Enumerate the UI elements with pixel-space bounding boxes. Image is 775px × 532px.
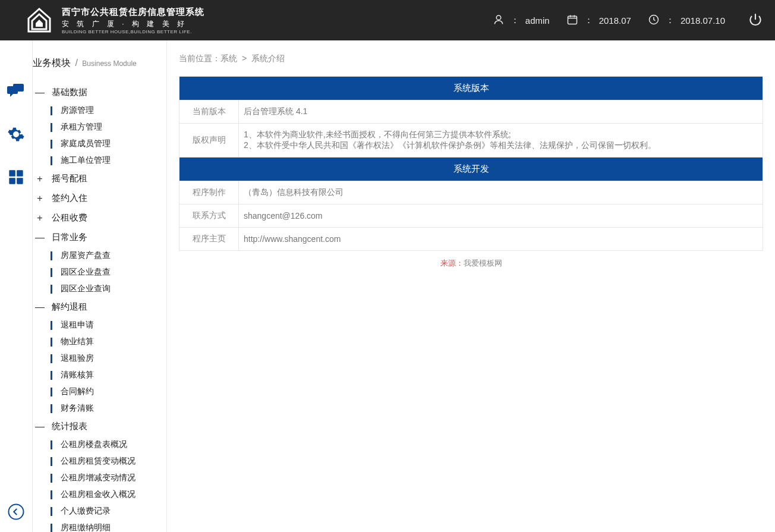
menu-group-header[interactable]: +签约入住 xyxy=(33,188,166,208)
homepage-link[interactable]: http://www.shangcent.com xyxy=(244,234,341,244)
user-info[interactable]: ： admin xyxy=(493,14,550,27)
row-value: 1、本软件为商业软件,未经书面授权，不得向任何第三方提供本软件系统; 2、本软件… xyxy=(239,124,763,158)
logo-icon xyxy=(24,5,55,36)
menu-sub-label: 公租房租赁变动概况 xyxy=(61,456,136,467)
menu-sub-item[interactable]: 合同解约 xyxy=(51,383,166,400)
main-content: 当前位置：系统 > 系统介绍 系统版本 当前版本 后台管理系统 4.1 版权声明… xyxy=(167,40,775,532)
plus-icon: + xyxy=(35,193,45,204)
item-marker xyxy=(51,123,52,132)
svg-rect-7 xyxy=(9,178,15,184)
minus-icon: — xyxy=(35,232,45,243)
menu-sub-label: 退租申请 xyxy=(61,320,94,330)
menu-sub-item[interactable]: 退租申请 xyxy=(51,317,166,333)
row-label: 程序主页 xyxy=(179,228,239,251)
row-label: 版权声明 xyxy=(179,124,239,158)
breadcrumb-item[interactable]: 系统 xyxy=(220,53,237,63)
menu-group-label: 日常业务 xyxy=(52,232,87,243)
user-icon xyxy=(493,14,505,27)
rail-chat-icon[interactable] xyxy=(7,82,26,101)
app-subtitle-cn: 安 筑 广 厦 · 构 建 美 好 xyxy=(62,19,204,29)
item-marker xyxy=(51,507,52,516)
menu-group-label: 摇号配租 xyxy=(52,173,87,184)
menu-sub-item[interactable]: 家庭成员管理 xyxy=(51,136,166,152)
item-marker xyxy=(51,524,52,533)
icon-rail xyxy=(0,40,33,532)
minus-icon: — xyxy=(35,302,45,313)
section-header: 系统开发 xyxy=(179,158,763,181)
svg-rect-4 xyxy=(13,84,24,92)
menu-sub-item[interactable]: 清账核算 xyxy=(51,367,166,383)
menu-sub-label: 施工单位管理 xyxy=(61,155,111,166)
minus-icon: — xyxy=(35,421,45,432)
menu-sub-item[interactable]: 财务清账 xyxy=(51,400,166,417)
menu-sub-label: 家庭成员管理 xyxy=(61,138,111,149)
menu-sub-item[interactable]: 公租房增减变动情况 xyxy=(51,470,166,486)
menu-sub-item[interactable]: 房租缴纳明细 xyxy=(51,520,166,532)
menu-sub-item[interactable]: 房屋资产盘查 xyxy=(51,247,166,264)
menu-sub-item[interactable]: 公租房租赁变动概况 xyxy=(51,453,166,470)
menu-sub-item[interactable]: 个人缴费记录 xyxy=(51,503,166,520)
date-info[interactable]: ： 2018.07.10 xyxy=(648,14,725,27)
info-table: 系统版本 当前版本 后台管理系统 4.1 版权声明 1、本软件为商业软件,未经书… xyxy=(179,76,763,251)
menu-sub-item[interactable]: 退租验房 xyxy=(51,350,166,367)
plus-icon: + xyxy=(35,174,45,184)
svg-rect-5 xyxy=(9,170,15,177)
rail-back-icon[interactable] xyxy=(7,502,26,521)
menu-group-label: 公租收费 xyxy=(52,212,87,223)
menu-sub-item[interactable]: 公租房租金收入概况 xyxy=(51,486,166,503)
menu-sub-item[interactable]: 承租方管理 xyxy=(51,119,166,136)
menu-group-label: 统计报表 xyxy=(52,421,87,432)
power-button[interactable] xyxy=(748,12,763,29)
month-value: 2018.07 xyxy=(599,15,631,26)
item-marker xyxy=(51,285,52,294)
row-label: 当前版本 xyxy=(179,100,239,124)
breadcrumb: 当前位置：系统 > 系统介绍 xyxy=(179,53,763,76)
row-value: http://www.shangcent.com xyxy=(239,228,763,251)
app-subtitle-en: BUILDING BETTER HOUSE,BUILDING BETTER LI… xyxy=(62,29,204,34)
menu-group-header[interactable]: —解约退租 xyxy=(33,297,166,317)
rail-grid-icon[interactable] xyxy=(7,168,26,187)
menu-sub-label: 财务清账 xyxy=(61,403,94,414)
item-marker xyxy=(51,457,52,466)
header: 西宁市公共租赁住房信息管理系统 安 筑 广 厦 · 构 建 美 好 BUILDI… xyxy=(0,0,775,40)
row-value: shangcent@126.com xyxy=(239,204,763,228)
menu-sub-label: 公租房增减变动情况 xyxy=(61,473,136,483)
item-marker xyxy=(51,490,52,499)
rail-gear-icon[interactable] xyxy=(7,125,26,144)
menu-sub-item[interactable]: 园区企业查询 xyxy=(51,281,166,297)
plus-icon: + xyxy=(35,213,45,223)
menu-sub-label: 清账核算 xyxy=(61,370,94,380)
menu-group-header[interactable]: —日常业务 xyxy=(33,228,166,247)
menu-sub-label: 承租方管理 xyxy=(61,122,102,133)
sidebar-title: 业务模块 / Business Module xyxy=(33,40,166,83)
menu-sub-item[interactable]: 物业结算 xyxy=(51,333,166,350)
section-header: 系统版本 xyxy=(179,77,763,100)
menu-group-header[interactable]: —基础数据 xyxy=(33,83,166,102)
svg-rect-1 xyxy=(568,16,576,24)
month-info[interactable]: ： 2018.07 xyxy=(566,14,631,27)
calendar-icon xyxy=(566,14,578,27)
clock-icon xyxy=(648,14,660,27)
menu-group-header[interactable]: +摇号配租 xyxy=(33,169,166,188)
menu-sub-item[interactable]: 房源管理 xyxy=(51,102,166,119)
minus-icon: — xyxy=(35,87,45,98)
menu-group-header[interactable]: —统计报表 xyxy=(33,417,166,436)
svg-rect-8 xyxy=(17,178,23,184)
menu-sub-item[interactable]: 园区企业盘查 xyxy=(51,264,166,281)
menu-sub-item[interactable]: 公租房楼盘表概况 xyxy=(51,436,166,453)
breadcrumb-item: 系统介绍 xyxy=(251,53,285,63)
item-marker xyxy=(51,474,52,483)
source-link[interactable]: 我爱模板网 xyxy=(464,259,502,267)
menu-sub-label: 合同解约 xyxy=(61,386,94,397)
app-title: 西宁市公共租赁住房信息管理系统 xyxy=(62,7,204,18)
menu-sub-label: 园区企业盘查 xyxy=(61,267,111,278)
menu-sub-item[interactable]: 施工单位管理 xyxy=(51,152,166,169)
menu-sub-label: 房租缴纳明细 xyxy=(61,522,111,532)
svg-point-9 xyxy=(9,505,24,520)
menu-sub-label: 园区企业查询 xyxy=(61,284,111,294)
menu-group-header[interactable]: +公租收费 xyxy=(33,208,166,228)
logo-block: 西宁市公共租赁住房信息管理系统 安 筑 广 厦 · 构 建 美 好 BUILDI… xyxy=(24,5,204,36)
svg-rect-6 xyxy=(17,170,23,177)
row-label: 联系方式 xyxy=(179,204,239,228)
row-label: 程序制作 xyxy=(179,181,239,204)
